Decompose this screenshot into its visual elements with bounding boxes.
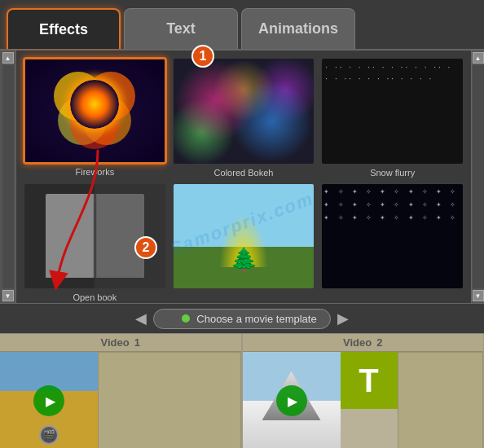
tab-animations-label: Animations bbox=[258, 20, 338, 37]
scroll-down-button[interactable]: ▼ bbox=[2, 290, 14, 301]
template-bar: ◀ Choose a movie template ▶ bbox=[0, 303, 484, 334]
clip-icon: 🎬 bbox=[39, 425, 59, 445]
scroll-right-down-button[interactable]: ▼ bbox=[473, 290, 484, 301]
tab-animations[interactable]: Animations bbox=[241, 8, 355, 49]
track-row: Video 1 🎬 Video 2 bbox=[0, 334, 484, 448]
scroll-right: ▲ ▼ bbox=[471, 51, 484, 303]
stars-thumb bbox=[320, 182, 464, 291]
video-2-header-label: Video bbox=[343, 336, 372, 349]
video-1-header: Video 1 bbox=[0, 334, 241, 352]
badge-2: 2 bbox=[134, 236, 157, 259]
snow-thumb bbox=[320, 57, 464, 165]
scroll-track-right bbox=[473, 65, 484, 288]
book-label: Open book bbox=[73, 292, 117, 302]
scroll-left: ▲ ▼ bbox=[0, 51, 16, 303]
effect-colored-bokeh[interactable]: Colored Bokeh bbox=[172, 57, 316, 178]
scroll-track-left bbox=[2, 65, 14, 288]
video-1-thumbnail[interactable]: 🎬 bbox=[0, 352, 98, 448]
main-container: Effects Text Animations 1 ▲ ▼ Fireworks bbox=[0, 0, 484, 448]
video-2-content: T bbox=[243, 352, 484, 448]
fireworks-preview bbox=[25, 59, 165, 162]
text-overlay-button[interactable]: T bbox=[341, 352, 398, 409]
badge-1: 1 bbox=[191, 45, 214, 68]
nature-thumb bbox=[172, 182, 316, 291]
tab-effects[interactable]: Effects bbox=[7, 8, 121, 49]
fireworks-thumb bbox=[23, 57, 167, 165]
tab-bar: Effects Text Animations bbox=[0, 0, 484, 51]
snow-preview bbox=[322, 59, 463, 164]
tab-effects-label: Effects bbox=[39, 21, 88, 38]
bokeh-label: Colored Bokeh bbox=[214, 168, 274, 178]
template-arrow-left[interactable]: ◀ bbox=[135, 310, 147, 327]
effects-grid: Fireworks Colored Bokeh Snow flurry bbox=[16, 51, 471, 303]
timeline-area: Video 1 🎬 Video 2 bbox=[0, 334, 484, 448]
bokeh-preview bbox=[174, 59, 315, 164]
nature-preview bbox=[174, 184, 315, 289]
video-2-thumbnail[interactable] bbox=[243, 352, 341, 448]
video-2-number: 2 bbox=[376, 336, 382, 349]
template-dot-green bbox=[182, 314, 190, 323]
fireworks-label: Fireworks bbox=[75, 167, 114, 177]
scroll-right-up-button[interactable]: ▲ bbox=[473, 52, 484, 64]
video-1-header-label: Video bbox=[101, 336, 130, 349]
choose-template-button[interactable]: Choose a movie template bbox=[153, 309, 330, 329]
video-1-empty-clip bbox=[98, 352, 241, 448]
video-2-play-button[interactable] bbox=[276, 385, 307, 416]
video-1-number: 1 bbox=[134, 336, 140, 349]
stars-preview bbox=[322, 184, 463, 289]
effect-stars[interactable] bbox=[320, 182, 464, 302]
effect-fireworks[interactable]: Fireworks bbox=[23, 57, 167, 178]
video-2-header: Video 2 bbox=[243, 334, 484, 352]
video-1-content: 🎬 bbox=[0, 352, 241, 448]
template-label: Choose a movie template bbox=[196, 313, 316, 325]
effect-snow-flurry[interactable]: Snow flurry bbox=[320, 57, 464, 178]
video-2-empty-clip bbox=[398, 352, 484, 448]
tab-text-label: Text bbox=[166, 20, 196, 37]
bokeh-thumb bbox=[172, 57, 316, 165]
snow-label: Snow flurry bbox=[370, 168, 415, 178]
video-2-column: Video 2 T bbox=[242, 334, 485, 448]
video-1-play-button[interactable] bbox=[33, 385, 64, 416]
tab-text[interactable]: Text bbox=[124, 8, 238, 49]
template-arrow-right[interactable]: ▶ bbox=[337, 310, 349, 327]
template-dot-dark bbox=[167, 314, 175, 323]
effect-nature[interactable] bbox=[172, 182, 316, 302]
scroll-up-button[interactable]: ▲ bbox=[2, 52, 14, 64]
effects-content-area: ▲ ▼ Fireworks Colored Bokeh bbox=[0, 51, 484, 303]
video-1-column: Video 1 🎬 bbox=[0, 334, 242, 448]
